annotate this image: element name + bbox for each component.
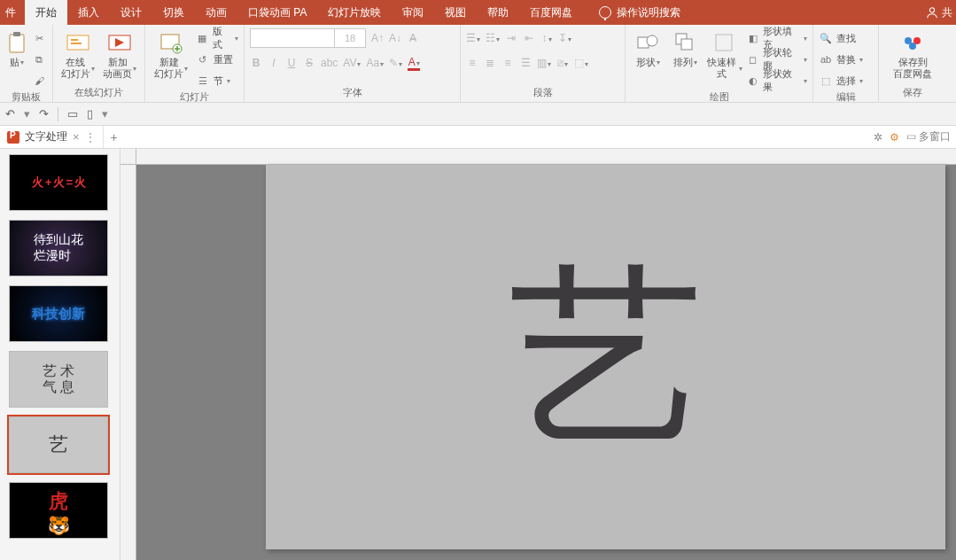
menu-tab-bar: 件 开始 插入 设计 切换 动画 口袋动画 PA 幻灯片放映 审阅 视图 帮助 … xyxy=(0,0,956,25)
text-direction-button[interactable]: ↧ xyxy=(558,32,571,44)
columns-button[interactable]: ▥ xyxy=(537,57,551,69)
workspace: 火 + 火 = 火 待到山花 烂漫时 科技创新 艺 术 气 息 艺 虎🐯 艺 xyxy=(0,149,956,560)
shapes-button[interactable]: 形状▾ xyxy=(631,28,665,68)
group-drawing-label: 绘图 xyxy=(626,90,812,106)
tab-home[interactable]: 开始 xyxy=(25,0,67,25)
close-tab-button[interactable]: × xyxy=(73,130,80,144)
section-button[interactable]: ☰节▾ xyxy=(196,71,238,90)
group-clipboard-label: 剪贴板 xyxy=(0,90,52,106)
cut-button[interactable]: ✂ xyxy=(32,28,46,48)
undo-button[interactable]: ↶ xyxy=(5,107,15,121)
search-placeholder: 操作说明搜索 xyxy=(617,5,680,20)
tab-baidu[interactable]: 百度网盘 xyxy=(519,0,583,25)
tab-review[interactable]: 审阅 xyxy=(392,0,434,25)
group-baidu-label: 保存 xyxy=(879,86,946,102)
new-animation-page-button[interactable]: 新加 动画页▾ xyxy=(101,28,140,80)
align-left-button[interactable]: ≡ xyxy=(466,57,478,69)
replace-button[interactable]: ab替换▾ xyxy=(819,50,863,69)
slide-thumb-6[interactable]: 虎🐯 xyxy=(9,482,108,539)
quick-styles-button[interactable]: 快速样式▾ xyxy=(705,28,742,80)
underline-button[interactable]: U xyxy=(285,57,298,69)
slide-thumb-4[interactable]: 艺 术 气 息 xyxy=(9,351,108,408)
new-slide-button[interactable]: 新建 幻灯片▾ xyxy=(151,28,192,80)
tab-help[interactable]: 帮助 xyxy=(477,0,519,25)
svg-rect-1 xyxy=(10,35,24,52)
paste-button[interactable]: 贴▾ xyxy=(5,28,28,68)
tab-transition[interactable]: 切换 xyxy=(152,0,195,25)
strike-button[interactable]: S xyxy=(303,57,315,69)
user-icon[interactable] xyxy=(926,6,938,19)
qat-view2-button[interactable]: ▯ xyxy=(87,107,93,121)
increase-font-button[interactable]: A↑ xyxy=(371,32,384,44)
layout-button[interactable]: ▦版式▾ xyxy=(196,28,238,48)
tab-view[interactable]: 视图 xyxy=(434,0,477,25)
align-center-button[interactable]: ≣ xyxy=(484,57,496,69)
font-size-combo[interactable]: 18 xyxy=(334,28,366,48)
indent-inc-button[interactable]: ⇥ xyxy=(505,32,517,44)
document-title: 文字处理 xyxy=(25,129,67,144)
tab-slideshow[interactable]: 幻灯片放映 xyxy=(317,0,392,25)
find-button[interactable]: 🔍查找 xyxy=(819,28,863,48)
shape-fill-button[interactable]: ◧形状填充▾ xyxy=(746,28,807,48)
slide-thumb-1[interactable]: 火 + 火 = 火 xyxy=(9,154,108,211)
redo-button[interactable]: ↷ xyxy=(39,107,49,121)
font-family-combo[interactable] xyxy=(250,28,335,48)
italic-button[interactable]: I xyxy=(268,57,280,69)
tab-options-button[interactable]: ⋮ xyxy=(85,131,96,144)
tell-me-search[interactable]: 操作说明搜索 xyxy=(599,0,680,25)
qat-view1-button[interactable]: ▭ xyxy=(67,107,78,121)
bullets-button[interactable]: ☰ xyxy=(466,32,480,44)
svg-rect-2 xyxy=(13,32,20,36)
decrease-font-button[interactable]: A↓ xyxy=(389,32,401,44)
tab-pocket-anim[interactable]: 口袋动画 PA xyxy=(237,0,317,25)
change-case-button[interactable]: Aa xyxy=(366,57,384,69)
group-paragraph-label: 段落 xyxy=(461,86,625,102)
save-to-baidu-button[interactable]: 保存到 百度网盘 xyxy=(884,28,941,80)
slide-thumb-3[interactable]: 科技创新 xyxy=(9,285,108,342)
justify-button[interactable]: ☰ xyxy=(519,57,532,69)
tab-animation[interactable]: 动画 xyxy=(195,0,237,25)
svg-rect-13 xyxy=(716,35,732,51)
slide-canvas[interactable]: 艺 xyxy=(266,165,945,549)
svg-rect-5 xyxy=(71,43,82,44)
slide-thumb-5[interactable]: 艺 xyxy=(9,416,108,473)
slide-thumb-2[interactable]: 待到山花 烂漫时 xyxy=(9,220,108,276)
shadow-button[interactable]: abc xyxy=(321,57,338,69)
line-spacing-button[interactable]: ↕ xyxy=(540,32,553,44)
char-spacing-button[interactable]: AV xyxy=(343,57,361,69)
reset-button[interactable]: ↺重置 xyxy=(196,50,238,69)
copy-button[interactable]: ⧉ xyxy=(32,50,46,69)
bold-button[interactable]: B xyxy=(250,57,262,69)
arrange-button[interactable]: 排列▾ xyxy=(668,28,702,68)
clear-format-button[interactable]: A̶ xyxy=(407,32,419,44)
undo-dropdown[interactable]: ▾ xyxy=(24,107,30,121)
slide-canvas-area: 艺 xyxy=(120,149,956,560)
svg-point-10 xyxy=(647,35,657,46)
add-tab-button[interactable]: + xyxy=(104,130,125,144)
settings-icon[interactable]: ⚙ xyxy=(890,131,899,144)
select-button[interactable]: ⬚选择▾ xyxy=(819,71,863,90)
group-font-label: 字体 xyxy=(245,86,460,102)
tab-design[interactable]: 设计 xyxy=(110,0,152,25)
shape-outline-button[interactable]: ◻形状轮廓▾ xyxy=(746,50,807,69)
multi-window-button[interactable]: ▭ 多窗口 xyxy=(906,129,951,144)
slide-thumbnail-panel: 火 + 火 = 火 待到山花 烂漫时 科技创新 艺 术 气 息 艺 虎🐯 xyxy=(0,149,120,560)
document-tab[interactable]: 文字处理 × ⋮ xyxy=(0,126,104,148)
options-icon[interactable]: ✲ xyxy=(874,131,882,144)
numbering-button[interactable]: ☷ xyxy=(486,32,500,44)
shape-effects-button[interactable]: ◐形状效果▾ xyxy=(746,71,807,90)
vertical-ruler[interactable] xyxy=(120,165,136,560)
smartart-button[interactable]: ⬚ xyxy=(574,57,588,69)
online-slides-button[interactable]: 在线 幻灯片▾ xyxy=(58,28,97,80)
font-color-button[interactable]: A xyxy=(408,56,420,71)
qat-more-button[interactable]: ▾ xyxy=(102,107,108,121)
share-button[interactable]: 共 xyxy=(942,5,952,20)
align-right-button[interactable]: ≡ xyxy=(501,57,514,69)
horizontal-ruler[interactable] xyxy=(136,149,956,165)
indent-dec-button[interactable]: ⇤ xyxy=(523,32,535,44)
format-painter-button[interactable]: 🖌 xyxy=(32,71,46,90)
tab-file[interactable]: 件 xyxy=(0,0,25,25)
align-text-button[interactable]: ⎚ xyxy=(556,57,569,69)
tab-insert[interactable]: 插入 xyxy=(67,0,110,25)
highlight-button[interactable]: ✎ xyxy=(389,57,402,69)
